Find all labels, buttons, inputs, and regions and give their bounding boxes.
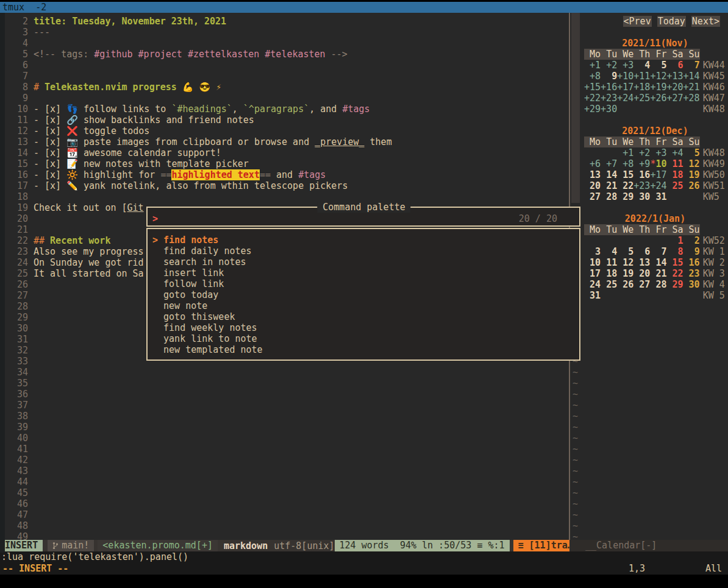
calendar-day[interactable]: 4 [601, 246, 617, 257]
buffer-line[interactable]: 47 [0, 509, 569, 520]
calendar-nav-next[interactable]: Next> [691, 16, 720, 27]
calendar-day[interactable]: 15 [666, 257, 683, 268]
buffer-line[interactable]: 9 [0, 93, 569, 104]
calendar-day[interactable]: 30 [683, 279, 700, 290]
calendar-day[interactable]: +25 [633, 93, 650, 104]
calendar-day[interactable]: +24 [617, 93, 633, 104]
calendar-day[interactable]: 14 [601, 169, 617, 180]
calendar-day[interactable]: 28 [601, 191, 617, 202]
calendar-day[interactable]: 5 [683, 147, 700, 158]
buffer-line[interactable]: 8# Telekasten.nvim progress 💪 😎 ⚡ [0, 82, 569, 93]
buffer-line[interactable]: 42 [0, 455, 569, 466]
calendar-day[interactable]: 26 [617, 279, 633, 290]
calendar-day[interactable]: +28 [683, 93, 700, 104]
calendar-day[interactable]: +1 [617, 147, 633, 158]
calendar-day[interactable]: +4 [666, 147, 683, 158]
calendar-day[interactable]: +16 [601, 82, 617, 93]
buffer-line[interactable]: 11- [x] 🔗 show backlinks and friend note… [0, 115, 569, 126]
palette-item[interactable]: search in notes [152, 257, 579, 267]
buffer-line[interactable]: 40 [0, 433, 569, 444]
calendar-day[interactable]: 24 [584, 279, 601, 290]
palette-item[interactable]: follow link [152, 278, 579, 289]
calendar-day[interactable]: 28 [650, 279, 666, 290]
calendar-day[interactable]: 7 [650, 246, 666, 257]
calendar-day[interactable]: +18 [633, 82, 650, 93]
calendar-day[interactable]: 22 [666, 268, 683, 279]
calendar-day[interactable]: +19 [650, 82, 666, 93]
calendar-day[interactable]: 13 [633, 257, 650, 268]
calendar-day[interactable]: 16 [633, 169, 650, 180]
calendar-day[interactable]: +23 [633, 180, 650, 191]
calendar-day[interactable]: 19 [617, 268, 633, 279]
palette-item[interactable]: > find notes [152, 235, 579, 246]
calendar-day[interactable]: +9 [633, 158, 650, 169]
calendar-day[interactable]: +17 [650, 169, 666, 180]
calendar-day[interactable]: +29 [584, 104, 601, 115]
calendar-day[interactable]: 3 [584, 246, 601, 257]
buffer-line[interactable]: 12- [x] ❌ toggle todos [0, 126, 569, 136]
buffer-line[interactable]: 3--- [0, 27, 569, 38]
buffer-line[interactable]: 7 [0, 71, 569, 82]
buffer-line[interactable]: 46 [0, 498, 569, 509]
calendar-day[interactable]: +22 [584, 93, 601, 104]
buffer-line[interactable]: 17- [x] ✏️ yank notelink, also from wthi… [0, 180, 569, 191]
calendar-day[interactable]: +17 [617, 82, 633, 93]
calendar-day[interactable]: 8 [666, 246, 683, 257]
buffer-line[interactable]: 16- [x] 🔆 highlight for ==highlighted te… [0, 169, 569, 180]
buffer-line[interactable]: 43 [0, 466, 569, 476]
calendar-day[interactable]: 29 [666, 279, 683, 290]
calendar-day[interactable]: 1 [666, 235, 683, 246]
palette-item[interactable]: new templated note [152, 344, 579, 355]
buffer-line[interactable]: 6 [0, 60, 569, 71]
calendar-day[interactable]: 9 [601, 71, 617, 82]
buffer-line[interactable]: 34 [0, 367, 569, 378]
calendar-day[interactable]: +27 [666, 93, 683, 104]
calendar-day[interactable]: 21 [601, 180, 617, 191]
calendar-day[interactable]: 11 [666, 158, 683, 169]
calendar-day[interactable]: +26 [650, 93, 666, 104]
calendar-day[interactable]: 11 [601, 257, 617, 268]
palette-item[interactable]: insert link [152, 267, 579, 278]
buffer-line[interactable]: 37 [0, 400, 569, 411]
buffer-line[interactable]: 2title: Tuesday, November 23th, 2021 [0, 16, 569, 27]
calendar-day[interactable]: 29 [617, 191, 633, 202]
command-line[interactable]: :lua require('telekasten').panel() [0, 551, 728, 562]
calendar-day[interactable]: 5 [650, 60, 666, 71]
palette-item[interactable]: goto thisweek [152, 311, 579, 322]
calendar-day[interactable]: +13 [666, 71, 683, 82]
calendar-day[interactable]: 20 [584, 180, 601, 191]
buffer-line[interactable]: 35 [0, 378, 569, 389]
buffer-line[interactable]: 15- [x] 📝 new notes with template picker [0, 158, 569, 169]
calendar-day[interactable]: +7 [601, 158, 617, 169]
calendar-day[interactable]: +15 [584, 82, 601, 93]
calendar-day[interactable]: 31 [584, 290, 601, 301]
buffer-line[interactable]: 13- [x] 📷 paste images from clipboard or… [0, 136, 569, 147]
calendar-day[interactable]: +3 [650, 147, 666, 158]
calendar-day[interactable]: 16 [683, 257, 700, 268]
calendar-nav-today[interactable]: Today [657, 16, 686, 27]
calendar-day[interactable]: 26 [683, 180, 700, 191]
calendar-day[interactable]: 25 [666, 180, 683, 191]
calendar-day[interactable]: +21 [683, 82, 700, 93]
palette-item[interactable]: goto today [152, 289, 579, 300]
calendar-day[interactable]: +20 [666, 82, 683, 93]
buffer-line[interactable]: 5<!-- tags: #github #project #zettelkast… [0, 49, 569, 60]
calendar-day[interactable]: 7 [683, 60, 700, 71]
calendar-day[interactable]: 27 [584, 191, 601, 202]
calendar-day[interactable]: +8 [617, 158, 633, 169]
calendar-day[interactable]: 12 [683, 158, 700, 169]
calendar-day[interactable]: +3 [617, 60, 633, 71]
calendar-day[interactable]: +2 [633, 147, 650, 158]
buffer-line[interactable]: 14- [x] 📆 awesome calendar support! [0, 147, 569, 158]
calendar-day[interactable]: 5 [617, 246, 633, 257]
palette-item[interactable]: find daily notes [152, 246, 579, 257]
calendar-day[interactable]: 27 [633, 279, 650, 290]
calendar-day[interactable]: 13 [584, 169, 601, 180]
calendar-day[interactable]: 9 [683, 246, 700, 257]
calendar-day[interactable]: 18 [666, 169, 683, 180]
calendar-day[interactable]: 2 [683, 235, 700, 246]
buffer-line[interactable]: 45 [0, 487, 569, 498]
calendar-day[interactable]: 31 [650, 191, 666, 202]
buffer-line[interactable]: 4 [0, 38, 569, 49]
calendar-day[interactable]: +10 [617, 71, 633, 82]
